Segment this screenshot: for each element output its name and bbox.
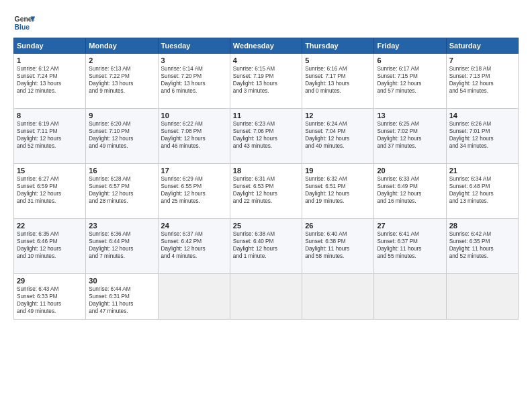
day-info: Sunrise: 6:40 AM Sunset: 6:38 PM Dayligh… [305, 230, 371, 260]
calendar-cell: 25Sunrise: 6:38 AM Sunset: 6:40 PM Dayli… [230, 219, 302, 274]
day-number: 14 [449, 111, 515, 120]
day-number: 7 [449, 56, 515, 64]
day-number: 12 [305, 111, 371, 120]
day-info: Sunrise: 6:36 AM Sunset: 6:44 PM Dayligh… [89, 230, 154, 260]
calendar-cell: 16Sunrise: 6:28 AM Sunset: 6:57 PM Dayli… [86, 164, 158, 219]
calendar-cell: 21Sunrise: 6:34 AM Sunset: 6:48 PM Dayli… [446, 164, 518, 219]
weekday-header: Wednesday [230, 38, 302, 54]
calendar-cell [230, 274, 302, 320]
day-info: Sunrise: 6:18 AM Sunset: 7:13 PM Dayligh… [449, 65, 515, 95]
weekday-header: Monday [86, 38, 158, 54]
calendar-cell: 5Sunrise: 6:16 AM Sunset: 7:17 PM Daylig… [302, 54, 374, 109]
logo: General Blue [13, 12, 35, 34]
day-info: Sunrise: 6:28 AM Sunset: 6:57 PM Dayligh… [89, 175, 154, 205]
day-info: Sunrise: 6:22 AM Sunset: 7:08 PM Dayligh… [161, 120, 227, 150]
day-number: 27 [377, 222, 443, 230]
weekday-header: Thursday [302, 38, 374, 54]
day-number: 17 [161, 167, 227, 175]
calendar-cell [158, 274, 230, 320]
day-info: Sunrise: 6:32 AM Sunset: 6:51 PM Dayligh… [305, 175, 371, 205]
day-info: Sunrise: 6:12 AM Sunset: 7:24 PM Dayligh… [17, 65, 83, 95]
day-number: 15 [17, 167, 83, 175]
weekday-header: Saturday [446, 38, 518, 54]
day-number: 25 [233, 222, 299, 230]
calendar-cell: 2Sunrise: 6:13 AM Sunset: 7:22 PM Daylig… [86, 54, 158, 109]
day-info: Sunrise: 6:35 AM Sunset: 6:46 PM Dayligh… [17, 230, 83, 260]
weekday-header: Sunday [14, 38, 86, 54]
day-number: 8 [17, 111, 83, 120]
day-number: 4 [233, 56, 299, 64]
day-info: Sunrise: 6:29 AM Sunset: 6:55 PM Dayligh… [161, 175, 227, 205]
calendar-cell: 23Sunrise: 6:36 AM Sunset: 6:44 PM Dayli… [86, 219, 158, 274]
calendar-cell: 22Sunrise: 6:35 AM Sunset: 6:46 PM Dayli… [14, 219, 86, 274]
day-number: 18 [233, 167, 299, 175]
day-info: Sunrise: 6:15 AM Sunset: 7:19 PM Dayligh… [233, 65, 299, 95]
day-info: Sunrise: 6:25 AM Sunset: 7:02 PM Dayligh… [377, 120, 443, 150]
day-number: 26 [305, 222, 371, 230]
calendar-cell: 3Sunrise: 6:14 AM Sunset: 7:20 PM Daylig… [158, 54, 230, 109]
day-info: Sunrise: 6:16 AM Sunset: 7:17 PM Dayligh… [305, 65, 371, 95]
calendar-cell: 14Sunrise: 6:26 AM Sunset: 7:01 PM Dayli… [446, 109, 518, 164]
calendar-cell: 30Sunrise: 6:44 AM Sunset: 6:31 PM Dayli… [86, 274, 158, 320]
calendar-cell: 12Sunrise: 6:24 AM Sunset: 7:04 PM Dayli… [302, 109, 374, 164]
day-info: Sunrise: 6:20 AM Sunset: 7:10 PM Dayligh… [89, 120, 154, 150]
calendar-cell: 9Sunrise: 6:20 AM Sunset: 7:10 PM Daylig… [86, 109, 158, 164]
calendar-cell [302, 274, 374, 320]
day-number: 19 [305, 167, 371, 175]
weekday-header: Tuesday [158, 38, 230, 54]
calendar-cell: 10Sunrise: 6:22 AM Sunset: 7:08 PM Dayli… [158, 109, 230, 164]
calendar-cell [446, 274, 518, 320]
calendar-cell: 6Sunrise: 6:17 AM Sunset: 7:15 PM Daylig… [374, 54, 446, 109]
day-number: 23 [89, 222, 154, 230]
day-number: 1 [17, 56, 83, 64]
calendar-page: General Blue SundayMondayTuesdayWednesda… [0, 0, 532, 411]
day-number: 10 [161, 111, 227, 120]
calendar-cell: 11Sunrise: 6:23 AM Sunset: 7:06 PM Dayli… [230, 109, 302, 164]
calendar-cell: 8Sunrise: 6:19 AM Sunset: 7:11 PM Daylig… [14, 109, 86, 164]
svg-text:Blue: Blue [15, 24, 30, 31]
day-info: Sunrise: 6:43 AM Sunset: 6:33 PM Dayligh… [17, 285, 83, 315]
calendar-cell: 19Sunrise: 6:32 AM Sunset: 6:51 PM Dayli… [302, 164, 374, 219]
day-info: Sunrise: 6:38 AM Sunset: 6:40 PM Dayligh… [233, 230, 299, 260]
day-info: Sunrise: 6:23 AM Sunset: 7:06 PM Dayligh… [233, 120, 299, 150]
weekday-header: Friday [374, 38, 446, 54]
day-number: 21 [449, 167, 515, 175]
day-number: 16 [89, 167, 154, 175]
calendar-cell [374, 274, 446, 320]
day-info: Sunrise: 6:41 AM Sunset: 6:37 PM Dayligh… [377, 230, 443, 260]
day-number: 20 [377, 167, 443, 175]
day-number: 3 [161, 56, 227, 64]
day-number: 22 [17, 222, 83, 230]
day-info: Sunrise: 6:31 AM Sunset: 6:53 PM Dayligh… [233, 175, 299, 205]
calendar-cell: 27Sunrise: 6:41 AM Sunset: 6:37 PM Dayli… [374, 219, 446, 274]
calendar-cell: 24Sunrise: 6:37 AM Sunset: 6:42 PM Dayli… [158, 219, 230, 274]
calendar-cell: 7Sunrise: 6:18 AM Sunset: 7:13 PM Daylig… [446, 54, 518, 109]
day-number: 28 [449, 222, 515, 230]
calendar-cell: 17Sunrise: 6:29 AM Sunset: 6:55 PM Dayli… [158, 164, 230, 219]
day-number: 13 [377, 111, 443, 120]
day-info: Sunrise: 6:42 AM Sunset: 6:35 PM Dayligh… [449, 230, 515, 260]
day-number: 24 [161, 222, 227, 230]
calendar-cell: 26Sunrise: 6:40 AM Sunset: 6:38 PM Dayli… [302, 219, 374, 274]
calendar-table: SundayMondayTuesdayWednesdayThursdayFrid… [13, 38, 519, 320]
calendar-cell: 29Sunrise: 6:43 AM Sunset: 6:33 PM Dayli… [14, 274, 86, 320]
calendar-cell: 20Sunrise: 6:33 AM Sunset: 6:49 PM Dayli… [374, 164, 446, 219]
day-info: Sunrise: 6:44 AM Sunset: 6:31 PM Dayligh… [89, 285, 154, 315]
day-info: Sunrise: 6:14 AM Sunset: 7:20 PM Dayligh… [161, 65, 227, 95]
calendar-cell: 18Sunrise: 6:31 AM Sunset: 6:53 PM Dayli… [230, 164, 302, 219]
day-number: 29 [17, 277, 83, 285]
calendar-cell: 28Sunrise: 6:42 AM Sunset: 6:35 PM Dayli… [446, 219, 518, 274]
calendar-cell: 15Sunrise: 6:27 AM Sunset: 6:59 PM Dayli… [14, 164, 86, 219]
logo-icon: General Blue [13, 12, 35, 34]
day-info: Sunrise: 6:37 AM Sunset: 6:42 PM Dayligh… [161, 230, 227, 260]
day-number: 6 [377, 56, 443, 64]
day-number: 11 [233, 111, 299, 120]
calendar-cell: 1Sunrise: 6:12 AM Sunset: 7:24 PM Daylig… [14, 54, 86, 109]
day-info: Sunrise: 6:33 AM Sunset: 6:49 PM Dayligh… [377, 175, 443, 205]
day-info: Sunrise: 6:27 AM Sunset: 6:59 PM Dayligh… [17, 175, 83, 205]
day-number: 5 [305, 56, 371, 64]
day-info: Sunrise: 6:13 AM Sunset: 7:22 PM Dayligh… [89, 65, 154, 95]
day-number: 9 [89, 111, 154, 120]
day-info: Sunrise: 6:17 AM Sunset: 7:15 PM Dayligh… [377, 65, 443, 95]
header: General Blue [13, 12, 519, 34]
